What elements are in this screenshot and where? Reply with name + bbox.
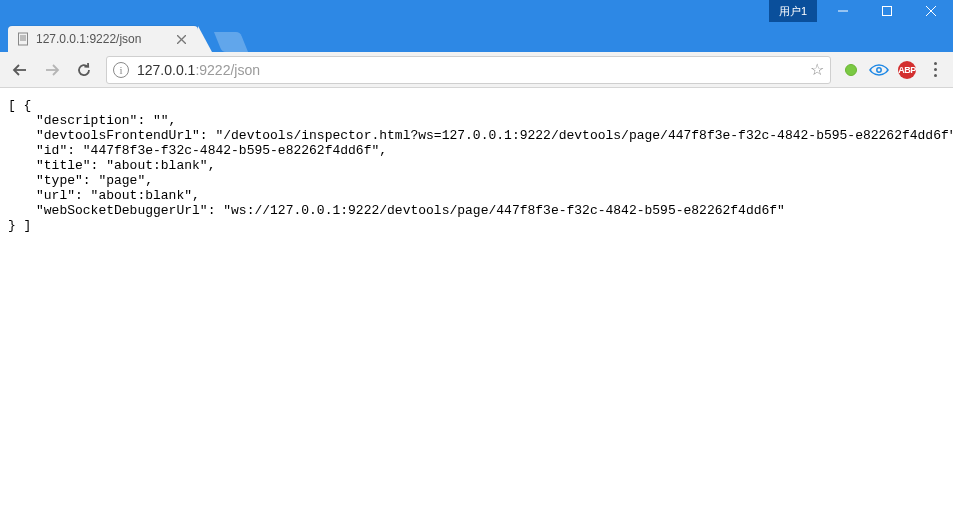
json-line: "description": "",: [36, 113, 945, 128]
close-icon: [926, 6, 936, 16]
svg-rect-1: [883, 7, 892, 16]
json-line: "type": "page",: [36, 173, 945, 188]
user-profile-badge[interactable]: 用户1: [769, 0, 817, 22]
eye-icon: [869, 63, 889, 77]
forward-button: [38, 56, 66, 84]
json-line: "webSocketDebuggerUrl": "ws://127.0.0.1:…: [36, 203, 945, 218]
extension-eye[interactable]: [867, 58, 891, 82]
new-tab-icon: [214, 32, 248, 52]
chrome-menu-button[interactable]: [923, 62, 947, 77]
close-button[interactable]: [909, 0, 953, 22]
window-titlebar: 用户1: [0, 0, 953, 22]
kebab-dot-icon: [934, 68, 937, 71]
browser-tab[interactable]: 127.0.0.1:9222/json: [8, 26, 198, 52]
page-file-icon: [16, 32, 30, 46]
minimize-icon: [838, 6, 848, 16]
json-line: "devtoolsFrontendUrl": "/devtools/inspec…: [36, 128, 945, 143]
tab-strip: 127.0.0.1:9222/json: [0, 22, 953, 52]
bookmark-star-icon[interactable]: ☆: [810, 60, 824, 79]
kebab-dot-icon: [934, 62, 937, 65]
page-content: [ { "description": "","devtoolsFrontendU…: [0, 88, 953, 527]
maximize-icon: [882, 6, 892, 16]
minimize-button[interactable]: [821, 0, 865, 22]
abp-icon: ABP: [898, 61, 916, 79]
address-bar[interactable]: i 127.0.0.1:9222/json ☆: [106, 56, 831, 84]
reload-icon: [75, 61, 93, 79]
json-close: } ]: [8, 218, 31, 233]
window-controls: [821, 0, 953, 22]
tab-title: 127.0.0.1:9222/json: [36, 32, 168, 46]
green-dot-icon: [845, 64, 857, 76]
maximize-button[interactable]: [865, 0, 909, 22]
svg-point-12: [877, 67, 881, 71]
json-line: "title": "about:blank",: [36, 158, 945, 173]
json-line: "url": "about:blank",: [36, 188, 945, 203]
extension-abp[interactable]: ABP: [895, 58, 919, 82]
kebab-dot-icon: [934, 74, 937, 77]
tab-close-button[interactable]: [174, 32, 188, 46]
back-button[interactable]: [6, 56, 34, 84]
tab-edge: [198, 26, 212, 52]
forward-arrow-icon: [43, 61, 61, 79]
extension-green-dot[interactable]: [839, 58, 863, 82]
svg-rect-4: [19, 33, 28, 45]
json-open: [ {: [8, 98, 31, 113]
close-icon: [177, 35, 186, 44]
reload-button[interactable]: [70, 56, 98, 84]
json-line: "id": "447f8f3e-f32c-4842-b595-e82262f4d…: [36, 143, 945, 158]
site-info-icon[interactable]: i: [113, 62, 129, 78]
browser-toolbar: i 127.0.0.1:9222/json ☆ ABP: [0, 52, 953, 88]
url-text: 127.0.0.1:9222/json: [137, 62, 804, 78]
back-arrow-icon: [11, 61, 29, 79]
